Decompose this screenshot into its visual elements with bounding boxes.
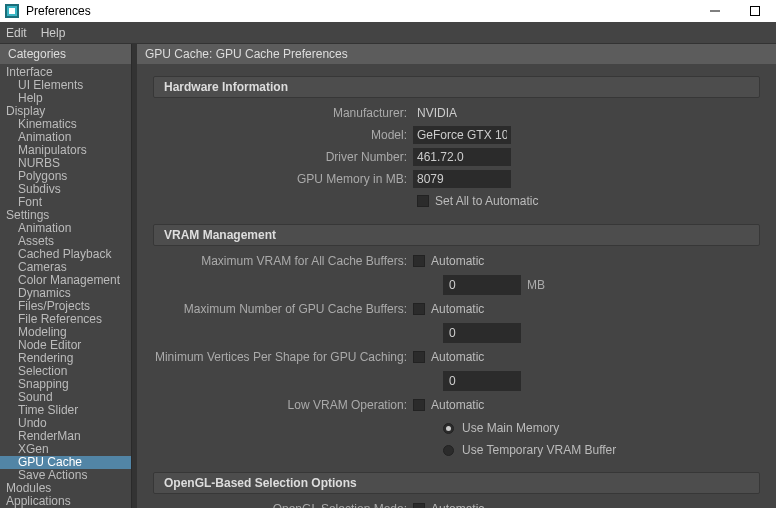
category-tree[interactable]: InterfaceUI ElementsHelpDisplayKinematic… <box>0 64 131 508</box>
section-hardware: Hardware Information <box>153 76 760 98</box>
label-automatic-2: Automatic <box>431 302 484 316</box>
checkbox-min-verts-auto[interactable] <box>413 351 425 363</box>
checkbox-low-vram-auto[interactable] <box>413 399 425 411</box>
label-max-vram: Maximum VRAM for All Cache Buffers: <box>153 254 413 268</box>
label-low-vram: Low VRAM Operation: <box>153 398 413 412</box>
label-automatic-3: Automatic <box>431 350 484 364</box>
label-opengl-mode: OpenGL Selection Mode: <box>153 502 413 508</box>
label-use-main-memory: Use Main Memory <box>462 421 559 435</box>
content-header: GPU Cache: GPU Cache Preferences <box>137 44 776 64</box>
app-icon <box>4 3 20 19</box>
input-model[interactable] <box>413 126 511 144</box>
label-manufacturer: Manufacturer: <box>153 106 413 120</box>
radio-use-main-memory[interactable] <box>443 423 454 434</box>
sidebar: Categories InterfaceUI ElementsHelpDispl… <box>0 44 132 508</box>
content-body: Hardware Information Manufacturer: NVIDI… <box>137 64 776 508</box>
svg-rect-2 <box>9 8 15 14</box>
checkbox-max-buffers-auto[interactable] <box>413 303 425 315</box>
maximize-button[interactable] <box>744 4 766 18</box>
menu-help[interactable]: Help <box>41 26 66 40</box>
label-max-buffers: Maximum Number of GPU Cache Buffers: <box>153 302 413 316</box>
unit-mb: MB <box>527 278 545 292</box>
window-title: Preferences <box>26 4 704 18</box>
input-max-vram[interactable] <box>443 275 521 295</box>
label-driver: Driver Number: <box>153 150 413 164</box>
label-memory: GPU Memory in MB: <box>153 172 413 186</box>
input-memory[interactable] <box>413 170 511 188</box>
svg-rect-4 <box>751 7 760 16</box>
sidebar-header: Categories <box>0 44 131 64</box>
label-use-temp-buffer: Use Temporary VRAM Buffer <box>462 443 616 457</box>
menu-edit[interactable]: Edit <box>6 26 27 40</box>
menu-bar: Edit Help <box>0 22 776 44</box>
minimize-button[interactable] <box>704 4 726 18</box>
input-max-buffers[interactable] <box>443 323 521 343</box>
content-panel: GPU Cache: GPU Cache Preferences Hardwar… <box>137 44 776 508</box>
radio-use-temp-buffer[interactable] <box>443 445 454 456</box>
label-automatic-4: Automatic <box>431 398 484 412</box>
section-vram: VRAM Management <box>153 224 760 246</box>
label-min-verts: Minimum Vertices Per Shape for GPU Cachi… <box>153 350 413 364</box>
label-automatic-1: Automatic <box>431 254 484 268</box>
checkbox-max-vram-auto[interactable] <box>413 255 425 267</box>
input-driver[interactable] <box>413 148 511 166</box>
section-opengl: OpenGL-Based Selection Options <box>153 472 760 494</box>
tree-item[interactable]: Applications <box>0 495 131 508</box>
checkbox-set-all[interactable] <box>417 195 429 207</box>
input-min-verts[interactable] <box>443 371 521 391</box>
label-set-all: Set All to Automatic <box>435 194 538 208</box>
main-area: Categories InterfaceUI ElementsHelpDispl… <box>0 44 776 508</box>
window-titlebar: Preferences <box>0 0 776 22</box>
label-model: Model: <box>153 128 413 142</box>
value-manufacturer: NVIDIA <box>413 106 457 120</box>
label-automatic-5: Automatic <box>431 502 484 508</box>
checkbox-opengl-auto[interactable] <box>413 503 425 508</box>
